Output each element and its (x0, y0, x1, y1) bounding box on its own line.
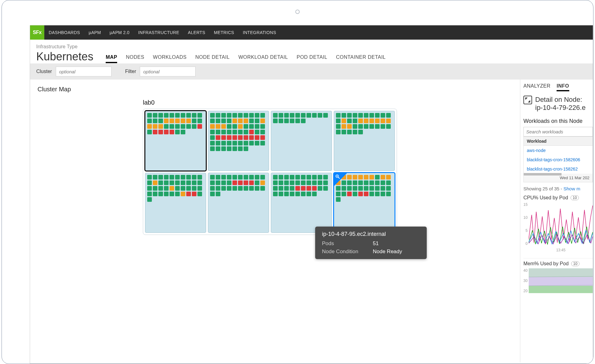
pod[interactable] (255, 119, 259, 123)
pod[interactable] (175, 180, 180, 185)
pod[interactable] (216, 175, 220, 180)
search-workloads-input[interactable] (523, 127, 593, 136)
pod[interactable] (216, 180, 220, 185)
pod[interactable] (364, 119, 368, 123)
pod[interactable] (358, 124, 363, 129)
pod[interactable] (312, 175, 317, 180)
pod[interactable] (364, 186, 368, 191)
pod[interactable] (255, 124, 259, 129)
pod[interactable] (249, 180, 254, 185)
pod[interactable] (244, 146, 248, 151)
pod[interactable] (175, 192, 180, 196)
pod[interactable] (164, 175, 169, 180)
pod[interactable] (147, 186, 152, 191)
pod[interactable] (290, 119, 294, 123)
pod[interactable] (255, 113, 259, 118)
pod[interactable] (375, 186, 380, 191)
pod[interactable] (147, 180, 152, 185)
pod[interactable] (273, 175, 278, 180)
pod[interactable] (238, 113, 243, 118)
pod[interactable] (306, 180, 311, 185)
pod[interactable] (386, 192, 391, 196)
pod[interactable] (192, 180, 196, 185)
pod[interactable] (216, 130, 220, 134)
pod[interactable] (238, 175, 243, 180)
pod[interactable] (197, 113, 202, 118)
node-card[interactable] (271, 173, 332, 233)
node-card[interactable] (334, 173, 395, 233)
pod[interactable] (216, 141, 220, 145)
pod[interactable] (249, 119, 254, 123)
pod[interactable] (318, 186, 322, 191)
pod[interactable] (353, 113, 357, 118)
pod[interactable] (358, 175, 363, 180)
pod[interactable] (260, 141, 265, 145)
pod[interactable] (295, 180, 300, 185)
pod[interactable] (175, 113, 180, 118)
pod[interactable] (221, 175, 226, 180)
pod[interactable] (260, 175, 265, 180)
pod[interactable] (347, 119, 352, 123)
pod[interactable] (192, 186, 196, 191)
pod[interactable] (244, 119, 248, 123)
node-card[interactable] (208, 173, 269, 233)
pod[interactable] (381, 119, 385, 123)
pod[interactable] (181, 192, 185, 196)
pod[interactable] (232, 141, 237, 145)
pod[interactable] (260, 135, 265, 140)
pod[interactable] (147, 192, 152, 196)
nav-infrastructure[interactable]: INFRASTRUCTURE (134, 30, 184, 35)
pod[interactable] (158, 175, 163, 180)
pod[interactable] (255, 175, 259, 180)
pod[interactable] (353, 124, 357, 129)
pod[interactable] (227, 130, 231, 134)
pod[interactable] (260, 119, 265, 123)
pod[interactable] (170, 113, 174, 118)
pod[interactable] (221, 124, 226, 129)
pod[interactable] (375, 119, 380, 123)
pod[interactable] (301, 113, 306, 118)
pod[interactable] (232, 124, 237, 129)
pod[interactable] (175, 130, 180, 134)
pod[interactable] (158, 186, 163, 191)
pod[interactable] (369, 180, 374, 185)
nav-metrics[interactable]: METRICS (209, 30, 238, 35)
pod[interactable] (158, 124, 163, 129)
pod[interactable] (227, 146, 231, 151)
pod[interactable] (249, 175, 254, 180)
pod[interactable] (364, 113, 368, 118)
pod[interactable] (318, 175, 322, 180)
pod[interactable] (336, 197, 341, 202)
pod[interactable] (342, 119, 346, 123)
pod[interactable] (323, 175, 328, 180)
side-tab-analyzer[interactable]: ANALYZER (523, 83, 550, 91)
pod[interactable] (284, 192, 289, 196)
pod[interactable] (232, 113, 237, 118)
pod[interactable] (238, 130, 243, 134)
pod[interactable] (323, 113, 328, 118)
pod[interactable] (358, 186, 363, 191)
pod[interactable] (369, 119, 374, 123)
pod[interactable] (227, 124, 231, 129)
pod[interactable] (232, 130, 237, 134)
pod[interactable] (244, 186, 248, 191)
pod[interactable] (153, 186, 157, 191)
pod[interactable] (181, 124, 185, 129)
pod[interactable] (221, 141, 226, 145)
pod[interactable] (260, 124, 265, 129)
pod[interactable] (238, 146, 243, 151)
pod[interactable] (147, 119, 152, 123)
pod[interactable] (347, 192, 352, 196)
pod[interactable] (147, 124, 152, 129)
pod[interactable] (210, 186, 215, 191)
pod[interactable] (375, 124, 380, 129)
pod[interactable] (249, 124, 254, 129)
pod[interactable] (210, 192, 215, 196)
pod[interactable] (306, 192, 311, 196)
pod[interactable] (221, 146, 226, 151)
pod[interactable] (260, 113, 265, 118)
pod[interactable] (301, 192, 306, 196)
pod[interactable] (347, 113, 352, 118)
pod[interactable] (181, 119, 185, 123)
pod[interactable] (164, 124, 169, 129)
